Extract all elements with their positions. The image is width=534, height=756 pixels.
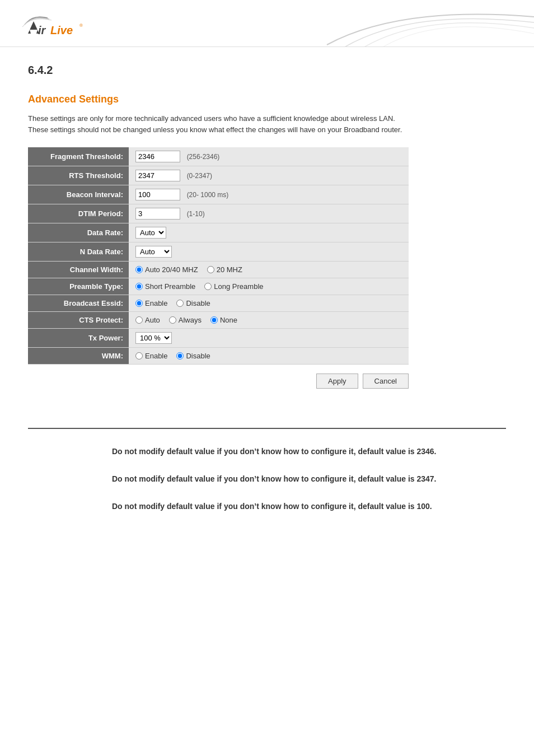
settings-table: Fragment Threshold: (256-2346) RTS Thres… [28, 147, 409, 365]
page-description: These settings are only for more technic… [28, 113, 409, 135]
value-cts-protect: Auto Always None [129, 312, 409, 329]
buttons-row: Apply Cancel [28, 374, 409, 389]
label-data-rate: Data Rate: [28, 223, 129, 242]
radio-channel-auto[interactable]: Auto 20/40 MHZ [135, 265, 198, 274]
value-n-data-rate: Auto MCS0 MCS1 [129, 242, 409, 262]
radio-cts-none[interactable]: None [210, 316, 237, 324]
radio-cts-always[interactable]: Always [169, 316, 202, 324]
label-broadcast-essid: Broadcast Essid: [28, 295, 129, 312]
radio-input-wmm-enable[interactable] [135, 352, 143, 360]
label-cts-protect: CTS Protect: [28, 312, 129, 329]
row-dtim-period: DTIM Period: (1-10) [28, 204, 409, 223]
select-data-rate[interactable]: Auto 1 2 5.5 11 [135, 227, 166, 239]
radio-preamble-short[interactable]: Short Preamble [135, 282, 195, 291]
radio-input-preamble-short[interactable] [135, 283, 143, 290]
hint-fragment-threshold: (256-2346) [187, 153, 220, 161]
notes-section: Do not modify default value if you don’t… [0, 446, 534, 550]
value-dtim-period: (1-10) [129, 204, 409, 223]
radio-input-preamble-long[interactable] [204, 283, 212, 290]
apply-button[interactable]: Apply [316, 374, 358, 389]
radio-wmm-disable[interactable]: Disable [176, 352, 210, 360]
radio-label-channel-20: 20 MHZ [217, 265, 242, 274]
label-dtim-period: DTIM Period: [28, 204, 129, 223]
section-divider [28, 428, 506, 429]
radio-input-cts-none[interactable] [210, 316, 218, 324]
radio-input-cts-auto[interactable] [135, 316, 143, 324]
input-dtim-period[interactable] [135, 208, 180, 220]
radio-label-broadcast-disable: Disable [186, 299, 210, 307]
radio-label-preamble-long: Long Preamble [214, 282, 263, 291]
svg-text:ir: ir [38, 24, 46, 36]
note-2: Do not modify default value if you don’t… [112, 473, 506, 485]
radio-channel-20[interactable]: 20 MHZ [207, 265, 242, 274]
row-fragment-threshold: Fragment Threshold: (256-2346) [28, 147, 409, 166]
label-n-data-rate: N Data Rate: [28, 242, 129, 262]
hint-dtim-period: (1-10) [187, 210, 205, 218]
radio-group-cts: Auto Always None [135, 316, 402, 324]
row-broadcast-essid: Broadcast Essid: Enable Disable [28, 295, 409, 312]
label-fragment-threshold: Fragment Threshold: [28, 147, 129, 166]
value-beacon-interval: (20- 1000 ms) [129, 185, 409, 204]
value-data-rate: Auto 1 2 5.5 11 [129, 223, 409, 242]
svg-text:®: ® [79, 23, 83, 28]
radio-broadcast-enable[interactable]: Enable [135, 299, 167, 307]
radio-input-channel-auto[interactable] [135, 266, 143, 273]
radio-label-cts-auto: Auto [145, 316, 160, 324]
note-3: Do not modify default value if you don’t… [112, 501, 506, 512]
row-tx-power: Tx Power: 100 % 75 % 50 % 25 % [28, 329, 409, 348]
radio-cts-auto[interactable]: Auto [135, 316, 160, 324]
page-header: ir Live ® [0, 0, 534, 47]
value-preamble-type: Short Preamble Long Preamble [129, 278, 409, 295]
radio-label-preamble-short: Short Preamble [145, 282, 195, 291]
main-content: Advanced Settings These settings are onl… [0, 82, 534, 422]
radio-label-cts-none: None [220, 316, 237, 324]
radio-group-wmm: Enable Disable [135, 352, 402, 360]
label-tx-power: Tx Power: [28, 329, 129, 348]
select-tx-power[interactable]: 100 % 75 % 50 % 25 % [135, 332, 172, 344]
logo-icon: ir Live ® [17, 10, 84, 41]
section-title: Advanced Settings [28, 94, 506, 105]
input-fragment-threshold[interactable] [135, 151, 180, 162]
label-wmm: WMM: [28, 348, 129, 365]
radio-input-wmm-disable[interactable] [176, 352, 184, 360]
value-broadcast-essid: Enable Disable [129, 295, 409, 312]
label-channel-width: Channel Width: [28, 262, 129, 278]
row-beacon-interval: Beacon Interval: (20- 1000 ms) [28, 185, 409, 204]
value-tx-power: 100 % 75 % 50 % 25 % [129, 329, 409, 348]
row-cts-protect: CTS Protect: Auto Always None [28, 312, 409, 329]
row-preamble-type: Preamble Type: Short Preamble Long Pream… [28, 278, 409, 295]
radio-group-broadcast: Enable Disable [135, 299, 402, 307]
label-rts-threshold: RTS Threshold: [28, 166, 129, 185]
radio-broadcast-disable[interactable]: Disable [176, 299, 210, 307]
note-1-text: Do not modify default value if you don’t… [112, 446, 506, 458]
radio-label-cts-always: Always [179, 316, 202, 324]
radio-input-broadcast-enable[interactable] [135, 300, 143, 307]
label-preamble-type: Preamble Type: [28, 278, 129, 295]
radio-wmm-enable[interactable]: Enable [135, 352, 167, 360]
select-n-data-rate[interactable]: Auto MCS0 MCS1 [135, 246, 172, 258]
input-beacon-interval[interactable] [135, 189, 180, 200]
hint-rts-threshold: (0-2347) [187, 172, 212, 180]
value-rts-threshold: (0-2347) [129, 166, 409, 185]
radio-preamble-long[interactable]: Long Preamble [204, 282, 263, 291]
note-1: Do not modify default value if you don’t… [112, 446, 506, 458]
value-channel-width: Auto 20/40 MHZ 20 MHZ [129, 262, 409, 278]
radio-input-cts-always[interactable] [169, 316, 176, 324]
radio-input-broadcast-disable[interactable] [176, 300, 184, 307]
svg-marker-1 [30, 30, 38, 34]
input-rts-threshold[interactable] [135, 170, 180, 181]
radio-label-broadcast-enable: Enable [145, 299, 167, 307]
svg-text:Live: Live [50, 24, 73, 36]
row-n-data-rate: N Data Rate: Auto MCS0 MCS1 [28, 242, 409, 262]
row-data-rate: Data Rate: Auto 1 2 5.5 11 [28, 223, 409, 242]
header-decoration [299, 0, 534, 47]
radio-label-wmm-enable: Enable [145, 352, 167, 360]
hint-beacon-interval: (20- 1000 ms) [187, 191, 229, 199]
note-2-text: Do not modify default value if you don’t… [112, 473, 506, 485]
row-channel-width: Channel Width: Auto 20/40 MHZ 20 MHZ [28, 262, 409, 278]
radio-label-wmm-disable: Disable [186, 352, 210, 360]
row-wmm: WMM: Enable Disable [28, 348, 409, 365]
radio-input-channel-20[interactable] [207, 266, 214, 273]
value-wmm: Enable Disable [129, 348, 409, 365]
cancel-button[interactable]: Cancel [363, 374, 409, 389]
